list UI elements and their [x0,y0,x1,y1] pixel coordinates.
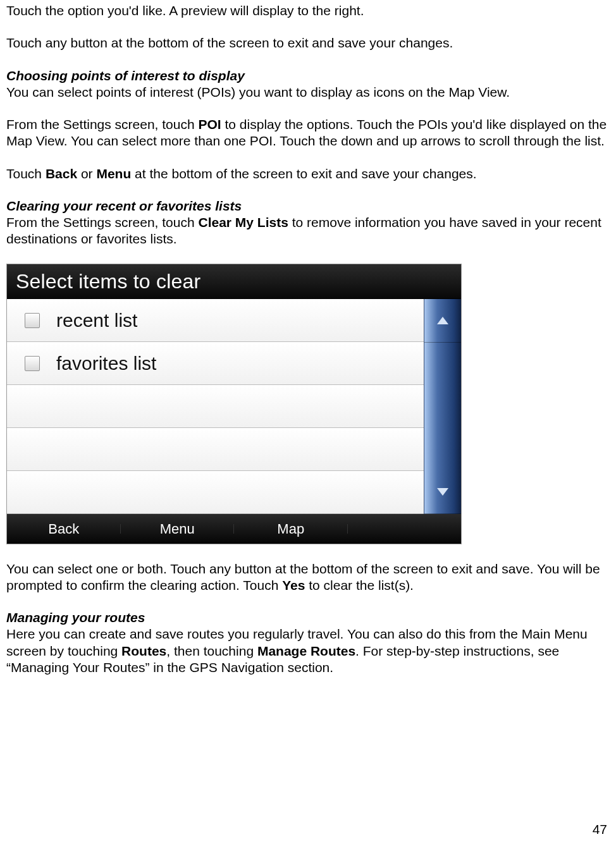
list-item-recent[interactable]: recent list [7,299,424,342]
page-number: 47 [593,821,607,838]
text-fragment: or [77,166,96,181]
scroll-track [424,343,461,470]
screenshot-list: recent list favorites list [7,299,424,514]
paragraph: Here you can create and save routes you … [6,626,610,676]
scroll-sidebar [424,299,461,514]
section-heading-routes: Managing your routes [6,609,610,626]
bold-poi: POI [198,117,221,131]
map-button[interactable]: Map [234,520,348,538]
list-item-label: recent list [56,309,137,333]
chevron-up-icon [437,317,448,324]
paragraph: You can select one or both. Touch any bu… [6,561,610,594]
back-button[interactable]: Back [7,520,121,538]
text-fragment: to clear the list(s). [305,578,414,592]
screenshot-bottom-bar: Back Menu Map [7,514,461,543]
paragraph: From the Settings screen, touch Clear My… [6,214,610,248]
scroll-down-button[interactable] [424,470,461,514]
checkbox-icon[interactable] [25,356,40,371]
checkbox-icon[interactable] [25,313,40,328]
scroll-up-button[interactable] [424,299,461,343]
bold-back: Back [46,166,77,181]
menu-button[interactable]: Menu [121,520,235,538]
text-fragment: , then touching [166,644,257,658]
text-fragment: Touch [6,166,46,181]
bold-menu: Menu [96,166,131,181]
list-item-empty [7,385,424,428]
section-heading-poi: Choosing points of interest to display [6,68,610,84]
paragraph: Touch the option you'd like. A preview w… [6,3,610,19]
bold-clear-my-lists: Clear My Lists [198,215,288,229]
paragraph: You can select points of interest (POIs)… [6,84,610,101]
paragraph: Touch Back or Menu at the bottom of the … [6,166,610,182]
list-item-empty [7,428,424,471]
section-heading-clear: Clearing your recent or favorites lists [6,198,610,214]
chevron-down-icon [437,488,448,496]
list-item-empty [7,471,424,514]
screenshot-title: Select items to clear [7,264,461,300]
screenshot-body: recent list favorites list [7,299,461,514]
bold-manage-routes: Manage Routes [257,644,355,658]
paragraph: From the Settings screen, touch POI to d… [6,116,610,150]
text-fragment: at the bottom of the screen to exit and … [131,166,476,181]
device-screenshot: Select items to clear recent list favori… [6,264,462,544]
list-item-favorites[interactable]: favorites list [7,342,424,385]
text-fragment: From the Settings screen, touch [6,117,198,131]
list-item-label: favorites list [56,352,156,376]
bold-yes: Yes [282,578,305,592]
bold-routes: Routes [121,644,166,658]
paragraph: Touch any button at the bottom of the sc… [6,35,610,51]
text-fragment: From the Settings screen, touch [6,215,198,229]
